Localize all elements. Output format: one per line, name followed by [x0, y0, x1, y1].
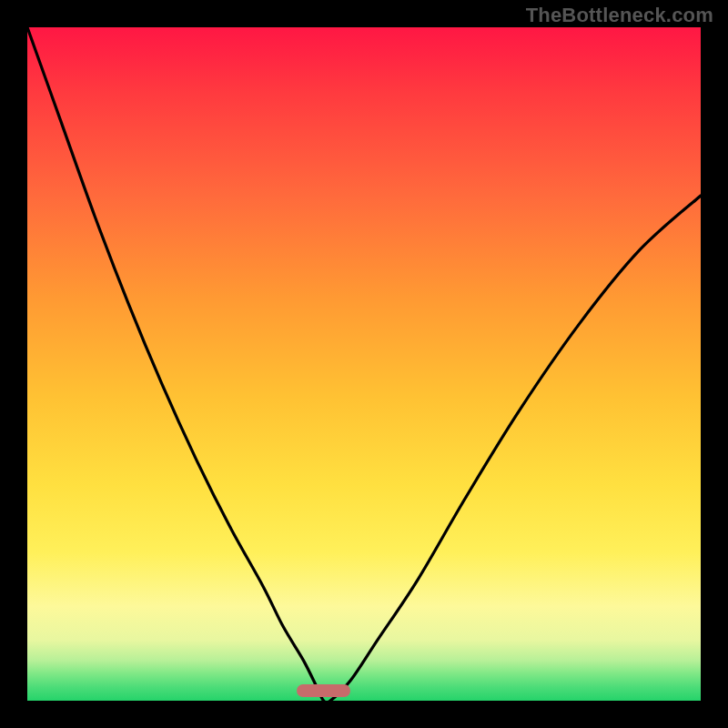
watermark-text: TheBottleneck.com	[526, 4, 713, 27]
plot-area	[27, 27, 701, 701]
outer-frame: TheBottleneck.com	[0, 0, 728, 728]
optimal-marker	[297, 684, 350, 698]
bottleneck-curve	[27, 27, 701, 701]
